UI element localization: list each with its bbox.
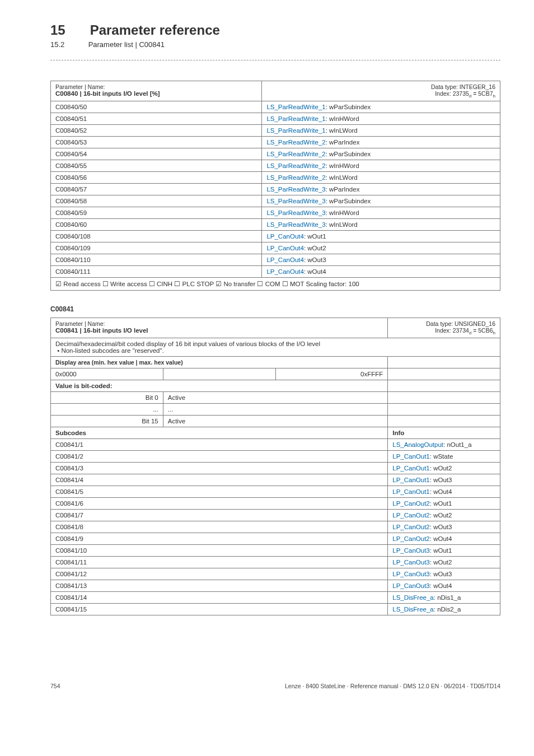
param-code: C00841/5 [51,486,388,498]
doc-link[interactable]: LS_ParReadWrite_2 [266,162,325,169]
param-index: Index: 23734d = 5CB6h [435,327,495,334]
param-info: LS_ParReadWrite_1: wParSubindex [262,101,500,113]
param-code: C00840/110 [51,254,262,266]
param-info: LP_CanOut1: wOut3 [388,474,500,486]
divider [50,60,500,60]
param-code: C00840/58 [51,195,262,207]
param-code: C00841/2 [51,451,388,463]
doc-link[interactable]: LS_AnalogOutput [392,441,443,448]
doc-link[interactable]: LP_CanOut2 [392,512,430,519]
doc-link[interactable]: LS_ParReadWrite_3 [266,198,325,204]
param-code: C00840/56 [51,172,262,184]
bit-value: ... [163,404,388,416]
param-index: Index: 23735d = 5CB7h [435,90,495,97]
param-code: C00840/51 [51,113,262,125]
doc-link[interactable]: LP_CanOut1 [392,453,430,460]
param-table-c00840: Parameter | Name: C00840 | 16-bit inputs… [50,81,500,291]
param-info: LP_CanOut3: wOut2 [388,557,500,568]
doc-link[interactable]: LP_CanOut2 [392,535,430,542]
param-code: C00841/6 [51,498,388,510]
param-code: C00841/7 [51,510,388,521]
doc-link[interactable]: LP_CanOut3 [392,571,430,577]
param-info: LS_ParReadWrite_1: wInHWord [262,113,500,125]
param-info: LP_CanOut2: wOut2 [388,510,500,521]
doc-link[interactable]: LP_CanOut4 [266,256,304,263]
param-code: C00840/108 [51,231,262,242]
param-info: LP_CanOut3: wOut1 [388,545,500,557]
page-footer: 754 Lenze · 8400 StateLine · Reference m… [50,683,500,689]
param-name: C00841 | 16-bit inputs I/O level [55,327,148,334]
doc-link[interactable]: LP_CanOut4 [266,233,304,240]
param-header-label: Parameter | Name: [55,83,105,90]
bit-value: Active [163,392,388,404]
bit-value: Active [163,416,388,427]
doc-link[interactable]: LP_CanOut3 [392,559,430,566]
param-name: C00840 | 16-bit inputs I/O level [%] [55,90,160,97]
param-code: C00841/12 [51,568,388,580]
param-info: LS_DisFree_a: nDis2_a [388,604,500,615]
doc-link[interactable]: LS_ParReadWrite_2 [266,151,325,157]
doc-link[interactable]: LP_CanOut2 [392,500,430,507]
param-header-label: Parameter | Name: [55,320,105,327]
doc-link[interactable]: LP_CanOut3 [392,547,430,554]
subsection-number: 15.2 [50,40,86,49]
param-code: C00840/52 [51,125,262,137]
param-code: C00841/4 [51,474,388,486]
param-info: LS_ParReadWrite_1: wInLWord [262,125,500,137]
param-info: LS_ParReadWrite_3: wParSubindex [262,195,500,207]
param-info: LS_AnalogOutput: nOut1_a [388,439,500,451]
param-table-c00841: Parameter | Name: C00841 | 16-bit inputs… [50,318,500,615]
param-info: LS_ParReadWrite_3: wInHWord [262,207,500,219]
doc-link[interactable]: LS_ParReadWrite_3 [266,221,325,228]
bit-label: Bit 15 [51,416,163,427]
chapter-heading: 15 Parameter reference [50,22,500,38]
doc-link[interactable]: LS_ParReadWrite_2 [266,174,325,181]
display-min: 0x0000 [51,368,163,380]
doc-link[interactable]: LP_CanOut1 [392,488,430,495]
param-info: LS_ParReadWrite_3: wInLWord [262,219,500,231]
doc-link[interactable]: LP_CanOut1 [392,477,430,483]
param-code: C00840/59 [51,207,262,219]
doc-link[interactable]: LP_CanOut4 [266,268,304,275]
doc-link[interactable]: LS_ParReadWrite_3 [266,186,325,193]
chapter-number: 15 [50,22,86,38]
param-code: C00841/1 [51,439,388,451]
doc-link[interactable]: LS_ParReadWrite_2 [266,139,325,146]
param-code: C00841/3 [51,463,388,474]
doc-link[interactable]: LS_ParReadWrite_3 [266,209,325,216]
doc-link[interactable]: LS_DisFree_a [392,594,434,601]
doc-link[interactable]: LP_CanOut4 [266,245,304,251]
doc-link[interactable]: LP_CanOut3 [392,582,430,589]
chapter-title: Parameter reference [90,22,220,38]
param-code: C00841/11 [51,557,388,568]
doc-link[interactable]: LP_CanOut2 [392,524,430,530]
param-description: Decimal/hexadecimal/bit coded display of… [51,338,500,357]
param-info: LP_CanOut4: wOut1 [262,231,500,242]
bit-label: Bit 0 [51,392,163,404]
doc-link[interactable]: LP_CanOut1 [392,465,430,472]
param-info: LS_ParReadWrite_2: wInLWord [262,172,500,184]
param-code: C00840/60 [51,219,262,231]
param-code: C00841/9 [51,533,388,545]
bit-label: ... [51,404,163,416]
display-max: 0xFFFF [275,368,388,380]
doc-link[interactable]: LS_ParReadWrite_1 [266,104,325,110]
param-info: LS_ParReadWrite_3: wParIndex [262,184,500,195]
param-info: LP_CanOut1: wOut4 [388,486,500,498]
param-info: LS_ParReadWrite_2: wParIndex [262,137,500,148]
doc-link[interactable]: LS_ParReadWrite_1 [266,127,325,134]
param-info: LS_ParReadWrite_2: wInHWord [262,160,500,172]
info-label: Info [388,427,500,439]
param-code: C00840/57 [51,184,262,195]
doc-link[interactable]: LS_DisFree_a [392,606,434,613]
param-info: LP_CanOut3: wOut4 [388,580,500,592]
subcodes-label: Subcodes [51,427,388,439]
param-info: LP_CanOut2: wOut4 [388,533,500,545]
param-info: LP_CanOut1: wState [388,451,500,463]
param-code: C00841/14 [51,592,388,604]
param-info: LP_CanOut3: wOut3 [388,568,500,580]
doc-link[interactable]: LS_ParReadWrite_1 [266,115,325,122]
section-anchor: C00841 [50,305,500,313]
param-dtype: Data type: INTEGER_16 [431,83,495,90]
param-code: C00840/53 [51,137,262,148]
